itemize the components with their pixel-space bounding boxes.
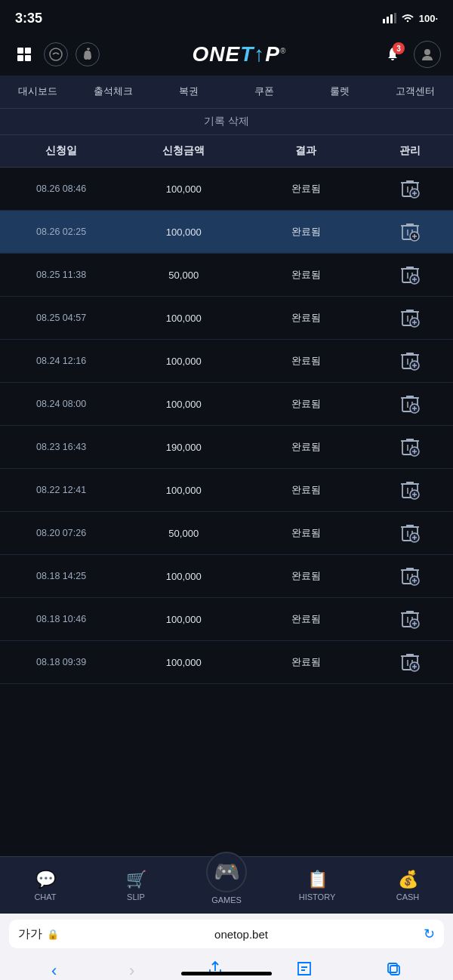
svg-point-9 <box>54 53 55 54</box>
nav-attendance[interactable]: 출석체크 <box>76 76 151 108</box>
nav-slip[interactable]: 🛒 SLIP <box>91 864 181 908</box>
nav-support[interactable]: 고객센터 <box>378 76 453 108</box>
nav-menu: 대시보드 출석체크 복권 쿠폰 룰렛 고객센터 <box>0 76 453 109</box>
svg-rect-4 <box>17 48 23 54</box>
browser-tabs-button[interactable] <box>379 957 408 980</box>
table-row: 08.23 16:43 190,000 완료됨 <box>0 426 453 469</box>
nav-coupon[interactable]: 쿠폰 <box>226 76 302 108</box>
history-label: HISTORY <box>299 892 336 901</box>
cell-date: 08.18 10:46 <box>0 614 122 624</box>
cash-label: CASH <box>396 892 420 901</box>
cell-amount: 100,000 <box>122 399 245 410</box>
browser-bar: 가가 🔒 onetop.bet ↻ ‹ › <box>0 914 453 980</box>
svg-rect-7 <box>25 55 31 61</box>
signal-icon <box>383 13 396 23</box>
notification-badge: 3 <box>393 42 405 54</box>
app-header: ONET↑P® 3 <box>0 33 453 76</box>
table-row: 08.18 10:46 100,000 완료됨 <box>0 598 453 641</box>
cell-date: 08.25 11:38 <box>0 270 122 280</box>
cell-manage[interactable] <box>367 566 453 587</box>
delete-record-button[interactable] <box>367 307 453 328</box>
cell-status: 완료됨 <box>245 526 367 540</box>
browser-url-bar[interactable]: 가가 🔒 onetop.bet ↻ <box>9 920 444 948</box>
delete-record-button[interactable] <box>367 609 453 630</box>
delete-record-button[interactable] <box>367 178 453 199</box>
cell-manage[interactable] <box>367 393 453 414</box>
cell-date: 08.24 08:00 <box>0 399 122 409</box>
url-reload-button[interactable]: ↻ <box>424 926 435 942</box>
cell-date: 08.20 07:26 <box>0 528 122 538</box>
cash-icon: 💰 <box>398 870 418 889</box>
svg-point-10 <box>57 53 59 54</box>
nav-lottery[interactable]: 복권 <box>151 76 226 108</box>
browser-share-button[interactable] <box>201 957 230 980</box>
browser-controls: ‹ › <box>0 954 453 980</box>
delete-record-button[interactable] <box>367 479 453 501</box>
cell-date: 08.23 16:43 <box>0 442 122 452</box>
app-logo: ONET↑P® <box>193 42 287 66</box>
chat-label: CHAT <box>34 892 56 901</box>
cell-status: 완료됨 <box>245 655 367 669</box>
browser-bookmarks-button[interactable] <box>290 957 319 980</box>
cell-status: 완료됨 <box>245 225 367 239</box>
browser-forward-button[interactable]: › <box>123 958 140 980</box>
nav-history[interactable]: 📋 HISTORY <box>272 864 362 908</box>
cell-manage[interactable] <box>367 609 453 630</box>
cell-manage[interactable] <box>367 436 453 458</box>
grid-icon[interactable] <box>12 42 36 66</box>
cell-status: 완료됨 <box>245 268 367 282</box>
delete-record-button[interactable] <box>367 436 453 458</box>
delete-record-button[interactable] <box>367 652 453 673</box>
nav-chat[interactable]: 💬 CHAT <box>0 864 91 908</box>
cell-status: 완료됨 <box>245 440 367 454</box>
table-row: 08.26 02:25 100,000 완료됨 <box>0 211 453 254</box>
cell-manage[interactable] <box>367 522 453 544</box>
wifi-icon <box>401 13 414 23</box>
cell-manage[interactable] <box>367 264 453 285</box>
delete-record-button[interactable] <box>367 522 453 544</box>
cell-manage[interactable] <box>367 221 453 242</box>
col-amount: 신청금액 <box>122 144 245 158</box>
cell-manage[interactable] <box>367 307 453 328</box>
svg-rect-37 <box>390 966 399 975</box>
user-avatar-button[interactable] <box>414 41 441 68</box>
notification-button[interactable]: 3 <box>379 41 406 68</box>
cell-status: 완료됨 <box>245 483 367 497</box>
cell-manage[interactable] <box>367 479 453 501</box>
battery-indicator: 100· <box>419 13 438 24</box>
apple-icon[interactable] <box>76 42 100 66</box>
col-manage: 관리 <box>367 144 453 158</box>
url-lock-icon: 🔒 <box>47 929 59 940</box>
svg-point-11 <box>424 49 430 55</box>
nav-cash[interactable]: 💰 CASH <box>362 864 453 908</box>
cell-amount: 100,000 <box>122 657 245 668</box>
cell-date: 08.22 12:41 <box>0 485 122 495</box>
cell-date: 08.25 04:57 <box>0 313 122 323</box>
home-indicator <box>181 972 272 975</box>
svg-rect-0 <box>383 19 385 23</box>
android-icon[interactable] <box>44 42 68 66</box>
delete-record-button[interactable] <box>367 350 453 371</box>
table-row: 08.24 08:00 100,000 완료됨 <box>0 383 453 426</box>
cell-manage[interactable] <box>367 178 453 199</box>
cell-date: 08.18 14:25 <box>0 571 122 581</box>
cell-manage[interactable] <box>367 350 453 371</box>
nav-dashboard[interactable]: 대시보드 <box>0 76 76 108</box>
delete-record-button[interactable] <box>367 566 453 587</box>
nav-games[interactable]: 🎮 GAMES <box>181 861 272 911</box>
sub-header[interactable]: 기록 삭제 <box>0 109 453 135</box>
header-left <box>12 42 100 66</box>
delete-record-button[interactable] <box>367 264 453 285</box>
slip-icon: 🛒 <box>126 870 146 889</box>
browser-back-button[interactable]: ‹ <box>45 958 63 980</box>
cell-amount: 50,000 <box>122 528 245 539</box>
delete-record-button[interactable] <box>367 221 453 242</box>
nav-roulette[interactable]: 룰렛 <box>302 76 378 108</box>
cell-manage[interactable] <box>367 652 453 673</box>
cell-status: 완료됨 <box>245 397 367 411</box>
table-row: 08.25 04:57 100,000 완료됨 <box>0 297 453 340</box>
svg-rect-2 <box>390 14 393 23</box>
cell-amount: 100,000 <box>122 614 245 625</box>
cell-amount: 100,000 <box>122 313 245 324</box>
delete-record-button[interactable] <box>367 393 453 414</box>
